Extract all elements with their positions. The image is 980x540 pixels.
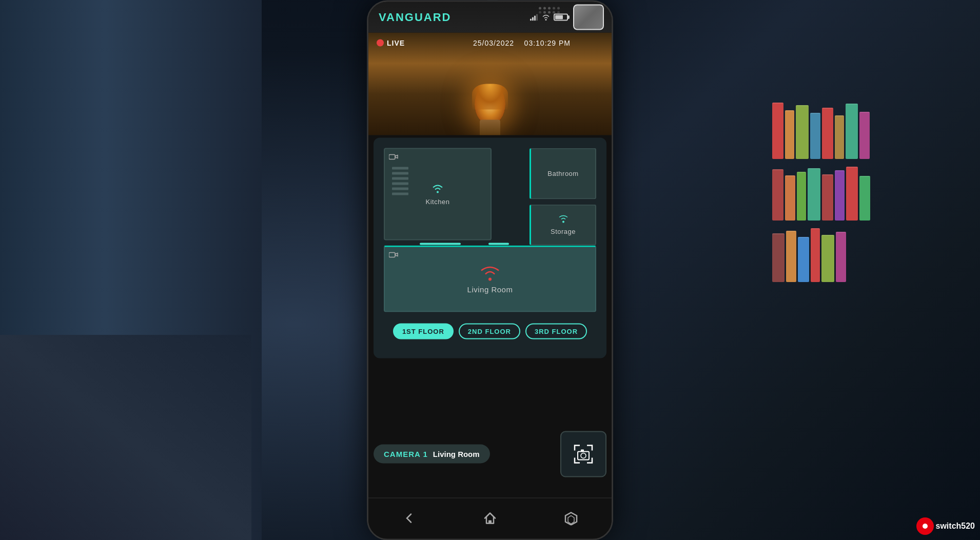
lamp-shade [472, 84, 508, 109]
camera-number: CAMERA 1 [384, 450, 428, 458]
living-room-camera-icon [389, 251, 398, 259]
bottom-nav [368, 497, 612, 538]
video-timestamp: 25/03/2022 03:10:29 PM [473, 38, 571, 47]
room-storage[interactable]: Storage [530, 204, 596, 245]
svg-marker-14 [565, 513, 577, 525]
app-logo: VANGUARD [379, 10, 451, 24]
nav-menu-button[interactable] [556, 503, 586, 534]
camera-label-box[interactable]: CAMERA 1 Living Room [374, 445, 490, 464]
shelf-row-3 [772, 228, 977, 282]
desk-area [0, 335, 251, 540]
bathroom-label: Bathroom [547, 170, 578, 177]
stair-lines [392, 167, 408, 197]
menu-icon [564, 511, 578, 526]
video-date: 25/03/2022 [473, 38, 514, 47]
svg-rect-5 [389, 154, 395, 159]
room-living[interactable]: Living Room [384, 245, 596, 312]
phone: VANGUARD [367, 0, 613, 540]
nav-back-button[interactable] [394, 503, 424, 534]
svg-point-7 [562, 221, 564, 223]
svg-rect-8 [389, 252, 395, 257]
room-bathroom[interactable]: Bathroom [530, 148, 596, 199]
back-icon [402, 511, 416, 526]
svg-rect-0 [530, 18, 532, 21]
camera-snapshot[interactable] [560, 431, 606, 477]
home-icon [483, 511, 497, 526]
switch-logo [916, 517, 934, 535]
living-room-signal [477, 264, 503, 282]
battery-fill [555, 15, 563, 19]
svg-point-4 [545, 19, 546, 21]
wifi-icon [541, 13, 551, 21]
signal-dots [539, 7, 560, 13]
video-feed[interactable]: LIVE 25/03/2022 03:10:29 PM [368, 32, 612, 135]
svg-point-11 [581, 453, 586, 458]
svg-point-6 [437, 191, 439, 193]
floor-btn-1[interactable]: 1ST FLOOR [393, 323, 454, 339]
live-badge: LIVE [377, 38, 405, 47]
door-accent-2 [488, 243, 509, 245]
shelf-row-2 [772, 167, 977, 221]
phone-container: VANGUARD [367, 0, 613, 540]
live-dot [377, 39, 384, 46]
watermark: switch520 [916, 517, 975, 535]
svg-rect-1 [532, 17, 534, 21]
camera-viewfinder-icon [571, 441, 596, 467]
battery-icon [554, 13, 568, 21]
door-accent-1 [420, 243, 461, 245]
living-room-label: Living Room [467, 285, 513, 294]
kitchen-label: Kitchen [426, 198, 450, 206]
storage-label: Storage [551, 228, 576, 235]
storage-wifi-signal [557, 214, 570, 226]
floor-btn-2[interactable]: 2ND FLOOR [459, 323, 520, 339]
room-kitchen[interactable]: Kitchen [384, 148, 492, 240]
status-bar: VANGUARD [368, 2, 612, 32]
svg-point-9 [488, 278, 492, 281]
watermark-text: switch520 [936, 522, 975, 531]
svg-marker-15 [568, 516, 574, 524]
nav-home-button[interactable] [475, 503, 505, 534]
kitchen-wifi-signal [430, 183, 445, 196]
live-text: LIVE [387, 38, 405, 47]
camera-room: Living Room [433, 450, 480, 458]
corner-camera-thumbnail[interactable] [573, 4, 604, 30]
svg-rect-13 [488, 521, 492, 524]
svg-rect-3 [536, 14, 538, 21]
shelf-row [772, 103, 977, 159]
camera-info: CAMERA 1 Living Room [374, 431, 606, 477]
camera-preview-thumb [574, 5, 603, 29]
video-time: 03:10:29 PM [524, 38, 571, 47]
svg-rect-12 [581, 449, 584, 451]
bookcase [772, 103, 977, 410]
floor-btn-3[interactable]: 3RD FLOOR [525, 323, 587, 339]
svg-rect-2 [534, 15, 536, 21]
floorplan: Kitchen Bathroom [379, 143, 601, 317]
kitchen-camera-icon [389, 153, 398, 162]
signal-icon [530, 13, 538, 21]
status-bar-left: VANGUARD [379, 2, 451, 32]
floorplan-container: Kitchen Bathroom [374, 137, 606, 358]
floor-buttons: 1ST FLOOR 2ND FLOOR 3RD FLOOR [379, 323, 601, 339]
